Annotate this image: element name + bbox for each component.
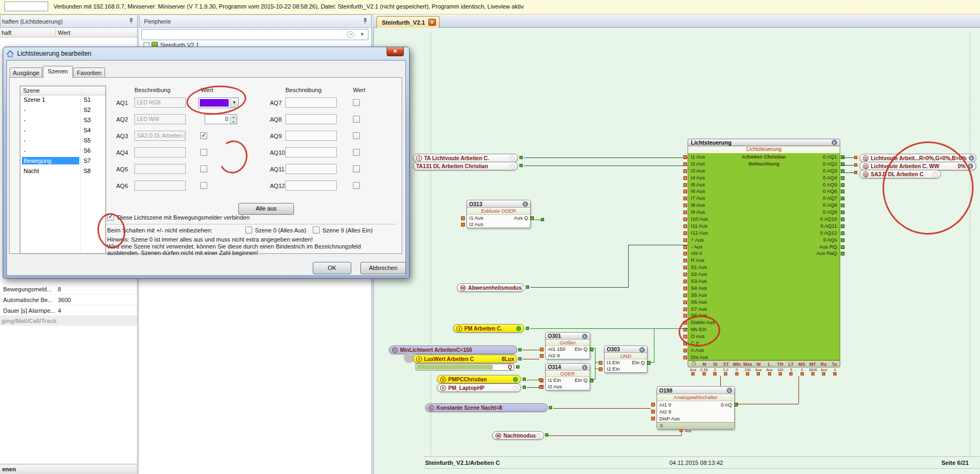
aq2-description-field[interactable]: LED WW xyxy=(134,114,186,124)
parameter-value[interactable]: 0 xyxy=(731,367,742,372)
aq-description-field[interactable] xyxy=(285,114,337,124)
block-output[interactable]: 0 AQ xyxy=(721,401,732,408)
tab-close-icon[interactable]: x xyxy=(428,19,436,26)
parameter-value[interactable]: Aus xyxy=(764,367,775,372)
block-input-row[interactable]: I2 Aus xyxy=(691,161,715,168)
info-icon[interactable]: i xyxy=(832,140,837,145)
parameter-value[interactable]: 5 xyxy=(786,367,796,372)
dialog-title-bar[interactable]: Lichtsteuerung bearbeiten ✕ xyxy=(6,47,406,60)
block-title-bar[interactable]: Lichtsteuerung i xyxy=(688,139,840,146)
scene-row[interactable]: Nacht S8 xyxy=(20,167,105,177)
aq-description-field[interactable] xyxy=(285,131,337,141)
ok-button[interactable]: OK xyxy=(313,262,351,274)
block-output-row[interactable]: 0 AQ7 xyxy=(816,195,837,202)
properties-section-header[interactable]: ging/Mail/Call/Track xyxy=(0,316,137,326)
parameter-pin[interactable] xyxy=(680,429,683,432)
aq5-description-field[interactable] xyxy=(134,164,186,174)
block-output-row[interactable]: 0 AQ6 xyxy=(816,188,837,195)
quick-search-input[interactable] xyxy=(4,2,48,11)
property-row[interactable]: Bewegungsmeld... 8 xyxy=(0,284,137,295)
block-input-row[interactable]: I1 Aus xyxy=(691,154,715,161)
output-pin[interactable] xyxy=(519,164,523,167)
block-input-row[interactable]: I11 Aus xyxy=(691,223,715,230)
block-input-row[interactable]: A Aus xyxy=(691,347,715,354)
aq5-checkbox[interactable] xyxy=(200,165,207,172)
output-pin[interactable] xyxy=(523,378,526,381)
input-pin[interactable] xyxy=(854,156,857,159)
scene-row[interactable]: Bewegung S7 xyxy=(20,156,105,167)
aq-description-field[interactable] xyxy=(285,97,337,108)
output-pin[interactable] xyxy=(541,218,544,221)
block-output-row[interactable]: 0 AQ4 xyxy=(816,175,837,182)
label-pm-arbeiten[interactable]: I PM Arbeiten C. xyxy=(453,324,524,333)
label-pmpc-christian[interactable]: V PMPCChristian xyxy=(437,375,521,383)
block-output-row[interactable]: 0 AQ10 xyxy=(816,216,837,223)
block-input-row[interactable]: R Aus xyxy=(691,257,715,264)
property-value[interactable]: 8 xyxy=(58,286,61,292)
scene0-checkbox[interactable] xyxy=(245,227,252,234)
block-input[interactable]: DisP Aus xyxy=(659,415,680,422)
output-pin[interactable] xyxy=(526,327,529,330)
output-pin[interactable] xyxy=(518,357,522,360)
aq-checkbox[interactable] xyxy=(353,99,360,106)
block-input-row[interactable]: Als 0 xyxy=(691,250,715,257)
label-nachtmodus[interactable]: M Nachtmodus xyxy=(492,431,544,440)
property-row[interactable]: Dauer [s] Alarmpe... 4 xyxy=(0,305,137,316)
info-icon[interactable]: i xyxy=(523,201,528,207)
block-input-row[interactable]: I12 Aus xyxy=(691,230,715,237)
aq6-checkbox[interactable] xyxy=(200,182,207,189)
dialog-close-button[interactable]: ✕ xyxy=(387,47,404,56)
output-pin[interactable] xyxy=(519,156,523,159)
block-input-row[interactable]: I10 Aus xyxy=(691,216,715,223)
input-pin[interactable] xyxy=(854,163,857,167)
aq2-value-stepper[interactable]: 0 ▲▼ xyxy=(205,114,237,124)
output-pin[interactable] xyxy=(549,406,552,409)
aq1-description-field[interactable]: LED RGB xyxy=(134,97,186,108)
block-output-row[interactable]: 0 AQs xyxy=(816,237,837,244)
block-output-row[interactable]: 0 AQ1 xyxy=(816,154,837,161)
block-input-row[interactable]: + Aus xyxy=(691,237,715,244)
block-parameter[interactable]: S xyxy=(660,423,663,429)
block-input-row[interactable]: I6 Aus xyxy=(691,188,715,195)
aq-checkbox[interactable] xyxy=(353,149,360,156)
block-output[interactable]: Ein Q xyxy=(632,359,645,366)
info-icon[interactable]: i xyxy=(969,155,974,161)
block-output-row[interactable]: Aus RQ xyxy=(816,244,837,251)
aq-checkbox[interactable] xyxy=(353,165,360,172)
output-pin[interactable] xyxy=(516,365,519,368)
block-parameter-strip[interactable]: MSISTMinMaxWLTHLTMSMTRaTa xyxy=(688,360,840,367)
label-abwesenheitsmodus[interactable]: M Abwesenheitsmodus xyxy=(457,283,524,292)
block-input[interactable]: AI2 8 xyxy=(548,352,560,359)
scene-list-header[interactable]: Szene xyxy=(20,86,105,95)
block-output-row[interactable]: 0 AQ2 xyxy=(816,161,837,168)
scene-row[interactable]: - S3 xyxy=(20,116,105,126)
block-input[interactable]: I1 Aus xyxy=(469,215,483,221)
block-input[interactable]: I1 Ein xyxy=(548,377,561,383)
scene9-checkbox[interactable] xyxy=(313,227,320,234)
block-input-row[interactable]: Dis Aus xyxy=(691,354,715,361)
clear-search-icon[interactable]: ✕ xyxy=(347,31,354,38)
aq4-checkbox[interactable] xyxy=(200,149,207,156)
stepper-buttons[interactable]: ▲▼ xyxy=(230,115,237,124)
block-o303[interactable]: O303i UND I1 EinEin Q I2 Ein xyxy=(604,345,647,373)
input-pin[interactable] xyxy=(854,171,857,174)
block-input-row[interactable]: I8 Aus xyxy=(691,202,715,209)
block-input-row[interactable]: S4 Aus xyxy=(691,285,715,292)
parameter-value[interactable]: Aus xyxy=(688,367,698,372)
property-row[interactable]: Automatische Be... 3600 xyxy=(0,295,137,305)
block-input[interactable]: I2 Aus xyxy=(469,221,483,228)
block-input[interactable]: AI2 8 xyxy=(659,408,671,415)
scene-row[interactable]: - S6 xyxy=(20,146,105,156)
input-pin[interactable] xyxy=(539,378,542,381)
block-output-row[interactable]: 0 AQ11 xyxy=(816,223,837,230)
block-output-row[interactable]: 0 AQ12 xyxy=(816,230,837,237)
aq4-description-field[interactable] xyxy=(134,147,186,157)
block-input[interactable]: I2 Aus xyxy=(548,383,562,390)
info-icon[interactable]: i xyxy=(582,334,587,339)
block-o314[interactable]: O314i ODER I1 EinEin Q I2 Aus xyxy=(545,363,590,390)
scene-row[interactable]: - S5 xyxy=(20,136,105,146)
cancel-button[interactable]: Abbrechen xyxy=(360,262,406,274)
chevron-down-icon[interactable]: ▼ xyxy=(360,32,365,37)
output-pin[interactable] xyxy=(526,285,529,289)
block-input-row[interactable]: I3 Aus xyxy=(691,168,715,175)
